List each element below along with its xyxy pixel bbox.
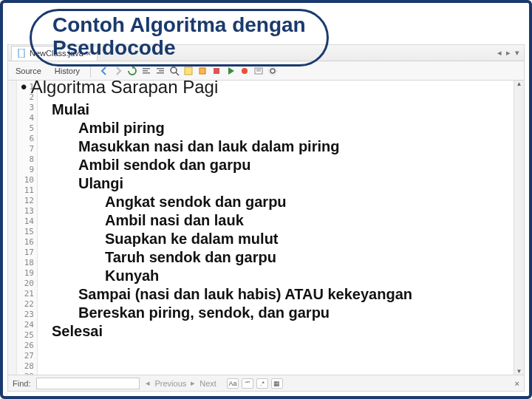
svg-line-8 <box>176 72 179 75</box>
todo-icon[interactable] <box>253 65 265 77</box>
find-close-icon[interactable]: × <box>515 379 519 388</box>
svg-rect-3 <box>143 72 150 74</box>
svg-point-16 <box>270 69 275 73</box>
match-case-icon[interactable]: Aa <box>227 378 239 389</box>
breakpoint-gutter[interactable] <box>8 81 17 375</box>
title-line-1: Contoh Algoritma dengan <box>52 13 306 36</box>
find-input[interactable] <box>36 378 140 389</box>
history-tab[interactable]: History <box>52 66 83 76</box>
find-next-icon[interactable]: ▸ <box>191 378 195 388</box>
regex-icon[interactable]: .* <box>256 378 268 389</box>
title-line-2: Pseudocode <box>52 36 175 59</box>
pseudo-line: Taruh sendok dan garpu <box>52 248 511 267</box>
line-number: 28 <box>17 361 34 372</box>
breakpoint-icon[interactable] <box>239 65 250 77</box>
find-label: Find: <box>13 379 30 388</box>
pseudo-line: Bereskan piring, sendok, dan garpu <box>52 304 511 322</box>
pseudocode-block: Mulai Ambil piring Masukkan nasi dan lau… <box>21 100 511 341</box>
find-prev-icon[interactable]: ◂ <box>146 378 150 388</box>
source-tab[interactable]: Source <box>13 66 44 76</box>
find-next-label[interactable]: Next <box>200 379 216 388</box>
slide-body: • Algoritma Sarapan Pagi Mulai Ambil pir… <box>21 77 511 341</box>
pseudo-start: Mulai <box>52 100 511 119</box>
svg-rect-11 <box>214 68 219 74</box>
chevron-right-icon[interactable]: ▸ <box>506 48 511 58</box>
tag-icon[interactable] <box>197 65 208 77</box>
bullet-heading: • Algoritma Sarapan Pagi <box>21 77 511 98</box>
search-icon[interactable] <box>168 65 180 77</box>
toolbar-icon-group <box>98 65 279 77</box>
settings-icon[interactable] <box>267 65 279 77</box>
pseudo-line: Kunyah <box>52 267 511 285</box>
slide-title-container: Contoh Algoritma dengan Pseudocode <box>30 9 502 66</box>
svg-rect-2 <box>143 70 148 72</box>
pseudo-line: Ambil sendok dan garpu <box>52 156 511 174</box>
vertical-scrollbar[interactable] <box>514 81 524 375</box>
svg-rect-9 <box>185 67 192 75</box>
svg-point-17 <box>269 66 277 75</box>
refresh-icon[interactable] <box>126 65 138 77</box>
find-prev-label[interactable]: Previous <box>154 379 186 388</box>
find-options: Aa “” .* ▦ <box>227 378 283 389</box>
dropdown-icon[interactable]: ▾ <box>515 48 519 58</box>
svg-rect-4 <box>157 68 164 69</box>
find-nav: ◂ Previous ▸ Next <box>146 378 216 388</box>
highlight-all-icon[interactable]: ▦ <box>271 378 283 389</box>
svg-rect-5 <box>159 70 164 72</box>
pseudo-line: Suapkan ke dalam mulut <box>52 230 511 248</box>
pseudo-line: Angkat sendok dan garpu <box>52 193 511 211</box>
java-file-icon <box>18 49 27 58</box>
whole-word-icon[interactable]: “” <box>242 378 253 389</box>
slide-title: Contoh Algoritma dengan Pseudocode <box>30 9 329 66</box>
pseudo-line: Sampai (nasi dan lauk habis) ATAU kekeya… <box>52 285 511 304</box>
stop-icon[interactable] <box>211 65 222 77</box>
pseudo-line: Ambil nasi dan lauk <box>52 211 511 230</box>
pseudo-line: Ulangi <box>52 174 511 193</box>
nav-forward-icon[interactable] <box>112 65 124 77</box>
pseudo-line: Masukkan nasi dan lauk dalam piring <box>52 137 511 156</box>
find-bar: Find: ◂ Previous ▸ Next Aa “” .* ▦ × <box>8 375 524 391</box>
format-left-icon[interactable] <box>140 65 152 77</box>
svg-point-7 <box>171 67 177 73</box>
highlight-icon[interactable] <box>183 65 194 77</box>
line-number: 27 <box>17 351 34 361</box>
svg-rect-10 <box>200 68 205 74</box>
pseudo-end: Selesai <box>52 322 511 341</box>
svg-rect-1 <box>143 68 150 69</box>
svg-point-12 <box>242 68 248 74</box>
format-right-icon[interactable] <box>154 65 166 77</box>
line-number: 26 <box>17 341 34 351</box>
run-icon[interactable] <box>225 65 236 77</box>
pseudo-line: Ambil piring <box>52 119 511 137</box>
nav-back-icon[interactable] <box>98 65 110 77</box>
svg-rect-6 <box>157 72 164 74</box>
